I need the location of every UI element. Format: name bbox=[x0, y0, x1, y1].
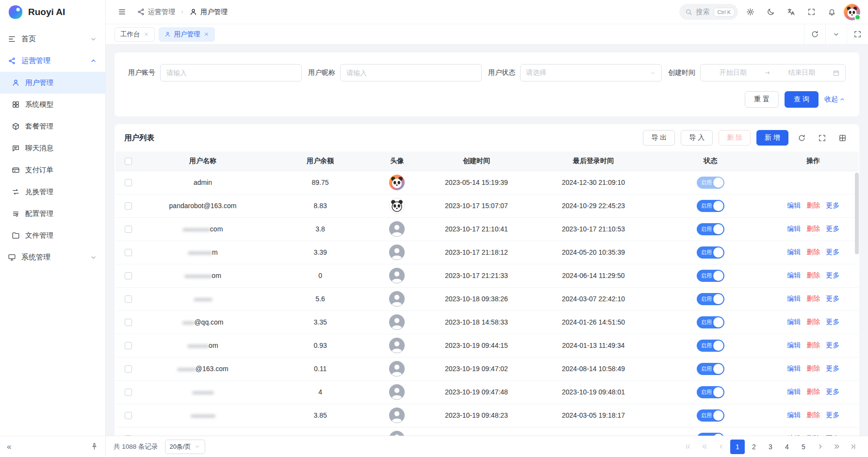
edit-link[interactable]: 编辑 bbox=[787, 271, 801, 280]
status-toggle[interactable]: 启用 bbox=[697, 246, 724, 259]
row-checkbox[interactable] bbox=[125, 202, 132, 210]
delete-link[interactable]: 删除 bbox=[806, 388, 820, 396]
tab-user-management[interactable]: 用户管理 bbox=[159, 27, 215, 42]
row-checkbox[interactable] bbox=[125, 226, 132, 233]
vertical-scrollbar[interactable] bbox=[855, 173, 859, 254]
more-link[interactable]: 更多 bbox=[826, 294, 839, 303]
sidebar-item-operations[interactable]: 运营管理 bbox=[0, 50, 105, 72]
sidebar-item-file-management[interactable]: 文件管理 bbox=[0, 225, 105, 246]
sidebar-item-package-management[interactable]: 套餐管理 bbox=[0, 115, 105, 137]
row-checkbox[interactable] bbox=[125, 319, 132, 326]
status-toggle[interactable]: 启用 bbox=[697, 223, 724, 235]
delete-link[interactable]: 删除 bbox=[806, 364, 820, 373]
sidebar-item-payment-orders[interactable]: 支付订单 bbox=[0, 159, 105, 181]
row-checkbox[interactable] bbox=[125, 342, 132, 349]
more-link[interactable]: 更多 bbox=[826, 248, 839, 257]
more-link[interactable]: 更多 bbox=[826, 434, 839, 436]
close-icon[interactable] bbox=[144, 32, 149, 37]
more-link[interactable]: 更多 bbox=[826, 388, 839, 396]
edit-link[interactable]: 编辑 bbox=[787, 318, 801, 326]
sidebar-item-system-model[interactable]: 系统模型 bbox=[0, 94, 105, 115]
edit-link[interactable]: 编辑 bbox=[787, 294, 801, 303]
language-button[interactable] bbox=[783, 4, 799, 20]
maximize-content-button[interactable] bbox=[847, 24, 868, 44]
create-time-range-picker[interactable]: 开始日期 结束日期 bbox=[700, 64, 846, 82]
sidebar-item-system-management[interactable]: 系统管理 bbox=[0, 246, 105, 268]
edit-link[interactable]: 编辑 bbox=[787, 434, 801, 436]
reset-button[interactable]: 重 置 bbox=[745, 91, 779, 108]
more-link[interactable]: 更多 bbox=[826, 364, 839, 373]
refresh-tab-button[interactable] bbox=[804, 24, 825, 44]
row-checkbox[interactable] bbox=[125, 249, 132, 256]
row-checkbox[interactable] bbox=[125, 272, 132, 279]
page-button-2[interactable]: 2 bbox=[747, 440, 761, 454]
refresh-table-button[interactable] bbox=[794, 131, 809, 145]
more-link[interactable]: 更多 bbox=[826, 225, 839, 233]
delete-link[interactable]: 删除 bbox=[806, 294, 820, 303]
page-button-1[interactable]: 1 bbox=[730, 440, 745, 454]
status-toggle[interactable]: 启用 bbox=[697, 363, 724, 375]
delete-link[interactable]: 删除 bbox=[806, 411, 820, 420]
fullscreen-button[interactable] bbox=[803, 4, 819, 20]
delete-link[interactable]: 删除 bbox=[806, 225, 820, 233]
user-nickname-input[interactable] bbox=[340, 64, 482, 82]
more-link[interactable]: 更多 bbox=[826, 201, 839, 210]
page-button-4[interactable]: 4 bbox=[780, 440, 794, 454]
status-toggle[interactable]: 启用 bbox=[697, 177, 724, 189]
tab-workbench[interactable]: 工作台 bbox=[115, 27, 155, 42]
export-button[interactable]: 导 出 bbox=[643, 130, 675, 146]
status-toggle[interactable]: 启用 bbox=[697, 340, 724, 352]
dark-mode-button[interactable] bbox=[762, 4, 779, 20]
select-all-checkbox[interactable] bbox=[125, 158, 132, 165]
sidebar-item-chat-messages[interactable]: 聊天消息 bbox=[0, 137, 105, 159]
edit-link[interactable]: 编辑 bbox=[787, 248, 801, 257]
delete-link[interactable]: 删除 bbox=[806, 318, 820, 326]
sidebar-item-config-management[interactable]: 配置管理 bbox=[0, 203, 105, 225]
tab-menu-button[interactable] bbox=[825, 24, 847, 44]
row-checkbox[interactable] bbox=[125, 435, 132, 436]
more-link[interactable]: 更多 bbox=[826, 271, 839, 280]
more-link[interactable]: 更多 bbox=[826, 318, 839, 326]
user-status-select[interactable]: 请选择 bbox=[520, 64, 662, 82]
row-checkbox[interactable] bbox=[125, 389, 132, 396]
status-toggle[interactable]: 启用 bbox=[697, 386, 724, 398]
page-size-select[interactable]: 20条/页 bbox=[165, 440, 205, 454]
row-checkbox[interactable] bbox=[125, 295, 132, 303]
delete-button[interactable]: 删 除 bbox=[719, 130, 751, 146]
row-checkbox[interactable] bbox=[125, 412, 132, 419]
breadcrumb-item-user-management[interactable]: 用户管理 bbox=[189, 8, 228, 16]
delete-link[interactable]: 删除 bbox=[806, 271, 820, 280]
delete-link[interactable]: 删除 bbox=[806, 434, 820, 436]
status-toggle[interactable]: 启用 bbox=[697, 293, 724, 305]
delete-link[interactable]: 删除 bbox=[806, 248, 820, 257]
more-link[interactable]: 更多 bbox=[826, 411, 839, 420]
delete-link[interactable]: 删除 bbox=[806, 201, 820, 210]
page-button-5[interactable]: 5 bbox=[796, 440, 811, 454]
status-toggle[interactable]: 启用 bbox=[697, 433, 724, 436]
status-toggle[interactable]: 启用 bbox=[697, 409, 724, 422]
more-link[interactable]: 更多 bbox=[826, 341, 839, 350]
forward-5-pages-button[interactable] bbox=[829, 440, 844, 454]
status-toggle[interactable]: 启用 bbox=[697, 270, 724, 282]
fullscreen-table-button[interactable] bbox=[815, 131, 829, 145]
logo[interactable]: Ruoyi AI bbox=[0, 0, 105, 24]
collapse-filter-link[interactable]: 收起 bbox=[824, 95, 846, 104]
global-search[interactable]: 搜索 Ctrl K bbox=[679, 4, 738, 20]
status-toggle[interactable]: 启用 bbox=[697, 316, 724, 328]
close-icon[interactable] bbox=[204, 32, 209, 37]
row-checkbox[interactable] bbox=[125, 179, 132, 186]
edit-link[interactable]: 编辑 bbox=[787, 364, 801, 373]
prev-page-button[interactable] bbox=[714, 440, 728, 454]
hamburger-menu-button[interactable] bbox=[114, 4, 130, 20]
settings-button[interactable] bbox=[742, 4, 758, 20]
page-button-3[interactable]: 3 bbox=[763, 440, 778, 454]
sidebar-collapse-button[interactable]: « bbox=[7, 442, 11, 452]
edit-link[interactable]: 编辑 bbox=[787, 201, 801, 210]
notifications-button[interactable] bbox=[823, 4, 840, 20]
delete-link[interactable]: 删除 bbox=[806, 341, 820, 350]
edit-link[interactable]: 编辑 bbox=[787, 411, 801, 420]
pin-icon[interactable] bbox=[90, 442, 98, 451]
status-toggle[interactable]: 启用 bbox=[697, 200, 724, 212]
user-account-input[interactable] bbox=[160, 64, 302, 82]
edit-link[interactable]: 编辑 bbox=[787, 341, 801, 350]
